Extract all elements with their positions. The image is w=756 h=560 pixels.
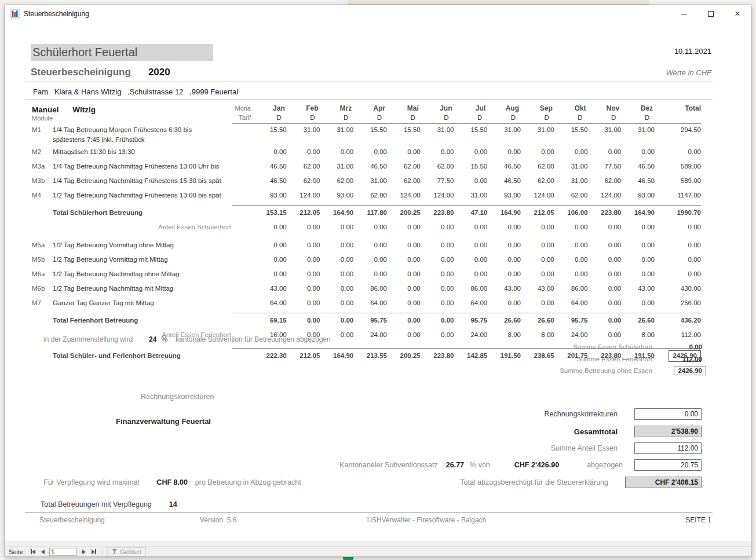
module-code: M3b <box>32 175 53 187</box>
next-page-button[interactable] <box>79 547 89 556</box>
month-value-jan: 46.50 <box>253 175 287 187</box>
month-value-dez: 31.00 <box>621 124 655 136</box>
month-value-nov: 0.00 <box>588 268 622 280</box>
first-page-button[interactable] <box>28 547 38 556</box>
month-value-jun: 223.80 <box>421 205 454 219</box>
maximize-button[interactable] <box>697 5 724 23</box>
month-value-mrz: 31.00 <box>320 124 354 136</box>
month-value-feb: 0.00 <box>287 283 320 295</box>
month-value-aug: 0.00 <box>487 254 521 266</box>
abzugsberechtigt-value: CHF 2'406.15 <box>625 477 702 488</box>
month-value-feb: 0.00 <box>287 146 320 158</box>
month-value-dez: 164.90 <box>621 205 655 219</box>
filter-button[interactable]: Gefiltert <box>107 547 146 557</box>
maximize-icon <box>708 11 714 17</box>
month-value-okt: 86.00 <box>554 283 588 295</box>
month-value-sep: 0.00 <box>521 268 554 280</box>
row-total: 430.00 <box>655 283 701 295</box>
page-nav-label: Seite: <box>9 548 25 555</box>
modules-table: Module Mona Tarif Jan D Feb <box>32 104 701 364</box>
table-row: M2 Mittagstisch 11:30 bis 13:30 0.00 0.0… <box>32 146 701 160</box>
row-total: 112.00 <box>655 329 701 341</box>
background-window-edge <box>348 0 649 5</box>
month-value-feb: 212.05 <box>287 348 320 362</box>
finance-office: Finanzverwaltung Feuertal <box>116 417 211 426</box>
previous-page-icon <box>41 550 45 554</box>
filter-label: Gefiltert <box>120 548 141 555</box>
currency-note: Werte in CHF <box>666 68 712 77</box>
month-value-aug: 93.00 <box>487 189 521 202</box>
month-value-mai: 0.00 <box>387 313 421 327</box>
month-value-sep: 212.05 <box>521 205 554 219</box>
month-value-dez: 0.00 <box>621 254 655 266</box>
module-label: 1/2 Tag Betreuung Vormittag ohne Mittag <box>53 239 232 254</box>
last-page-button[interactable] <box>89 547 98 556</box>
divider <box>25 100 713 100</box>
month-value-dez: 0.00 <box>621 221 655 233</box>
month-header: Jul D <box>454 104 488 124</box>
footer-divider <box>25 513 713 513</box>
month-value-feb: 62.00 <box>287 175 320 187</box>
close-button[interactable]: × <box>724 5 751 23</box>
month-value-feb: 0.00 <box>287 268 320 280</box>
month-value-jun: 77.50 <box>421 175 454 187</box>
month-value-mrz: 0.00 <box>320 146 354 158</box>
module-label: 1/4 Tag Betreuung Nachmittag Frühestens … <box>53 160 232 175</box>
month-value-dez: 46.50 <box>621 160 655 173</box>
month-value-jul: 0.00 <box>454 146 488 158</box>
row-total: 589.00 <box>655 160 701 173</box>
row-total: 1990.70 <box>655 205 701 219</box>
month-value-aug: 164.90 <box>487 205 521 219</box>
month-value-sep: 0.00 <box>521 146 554 158</box>
month-header: Nov D <box>588 104 622 124</box>
module-label: 1/2 Tag Betreuung Nachmittag ohne Mittag <box>53 268 232 283</box>
month-value-mai: 62.00 <box>387 175 421 187</box>
current-page-input[interactable] <box>49 548 77 556</box>
tariff-cell <box>232 313 253 314</box>
month-value-nov: 62.00 <box>588 175 622 187</box>
next-page-icon <box>82 550 86 554</box>
month-value-okt: 0.00 <box>554 268 588 280</box>
month-value-aug: 43.00 <box>487 283 521 295</box>
month-value-mrz: 164.90 <box>320 205 354 219</box>
month-value-jul: 0.00 <box>454 239 488 251</box>
month-value-jun: 0.00 <box>421 146 454 158</box>
footer-title: Steuerbescheinigung <box>39 516 105 524</box>
filter-icon <box>112 549 117 554</box>
module-label: Total Schülerhort Betreuung <box>53 205 232 221</box>
month-value-jul: 86.00 <box>454 283 488 295</box>
minimize-button[interactable] <box>671 5 697 23</box>
module-code: M1 <box>32 124 53 136</box>
month-header: Sep D <box>521 104 554 124</box>
month-header: Dez D <box>621 104 655 124</box>
row-total: 0.00 <box>655 254 701 266</box>
table-row: M6a 1/2 Tag Betreuung Nachmittag ohne Mi… <box>32 268 701 283</box>
row-total: 0.00 <box>655 221 701 233</box>
row-total: 436.20 <box>655 313 701 327</box>
month-value-jun: 0.00 <box>421 313 454 327</box>
subvention-note: in der Zuammenstellung wird 24 % kantona… <box>43 335 331 343</box>
month-value-jun: 62.00 <box>421 160 454 173</box>
month-value-sep: 62.00 <box>521 175 554 187</box>
family-line: Fam Klara & Hans Witzig ,Schulstrasse 12… <box>33 87 238 96</box>
month-value-sep: 62.00 <box>521 160 554 173</box>
month-value-nov: 0.00 <box>588 254 622 266</box>
month-value-apr: 213.55 <box>353 348 387 362</box>
tariff-cell <box>232 348 253 350</box>
month-value-apr: 117.80 <box>353 205 387 219</box>
table-header: Module Mona Tarif Jan D Feb <box>32 104 701 124</box>
module-code: M2 <box>32 146 53 158</box>
month-value-mai: 0.00 <box>387 254 421 266</box>
month-value-aug: 0.00 <box>487 297 521 309</box>
month-value-nov: 0.00 <box>588 313 622 327</box>
previous-page-button[interactable] <box>38 547 48 556</box>
month-value-jul: 15.50 <box>454 124 488 136</box>
month-value-jun: 0.00 <box>421 254 454 266</box>
month-value-feb: 0.00 <box>287 313 320 327</box>
month-header: Aug D <box>487 104 521 124</box>
month-value-mrz: 0.00 <box>320 313 354 327</box>
header-tariff-column: Mona Tarif <box>232 104 253 124</box>
summary-row: Summe Betreuung ohne Essen 2426.90 <box>560 365 702 377</box>
month-value-apr: 86.00 <box>353 283 387 295</box>
month-value-feb: 124.00 <box>287 189 320 202</box>
